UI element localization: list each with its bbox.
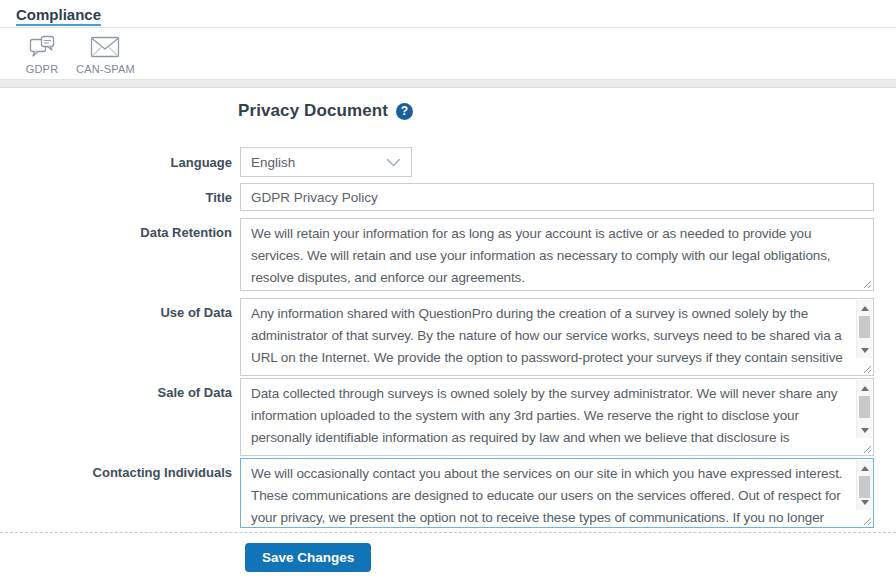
- top-bar: Compliance: [0, 0, 896, 28]
- toolbar-item-canspam[interactable]: CAN-SPAM: [76, 34, 135, 75]
- data-retention-textarea[interactable]: We will retain your information for as l…: [241, 219, 873, 290]
- use-of-data-textarea[interactable]: Any information shared with QuestionPro …: [241, 299, 873, 375]
- use-of-data-label: Use of Data: [0, 298, 240, 320]
- form-row-language: Language English: [0, 147, 896, 177]
- scroll-down-arrow[interactable]: [857, 423, 872, 437]
- title-input[interactable]: [240, 183, 874, 211]
- language-label: Language: [0, 155, 240, 170]
- section-divider: [0, 80, 896, 88]
- contacting-individuals-label: Contacting Individuals: [0, 458, 240, 480]
- page-title-row: Privacy Document ?: [0, 88, 896, 121]
- toolbar-item-label: CAN-SPAM: [76, 63, 135, 75]
- sale-of-data-label: Sale of Data: [0, 378, 240, 400]
- data-retention-label: Data Retention: [0, 218, 240, 240]
- scroll-down-arrow[interactable]: [857, 343, 872, 357]
- gdpr-icon: [29, 34, 55, 60]
- resize-handle-icon[interactable]: [858, 512, 872, 526]
- canspam-icon: [90, 34, 120, 60]
- form-row-use-of-data: Use of Data Any information shared with …: [0, 298, 896, 376]
- scrollbar[interactable]: [856, 380, 872, 438]
- form-row-data-retention: Data Retention We will retain your infor…: [0, 218, 896, 291]
- toolbar-item-label: GDPR: [26, 63, 59, 75]
- sale-of-data-field: Data collected through surveys is owned …: [240, 378, 874, 456]
- scrollbar[interactable]: [856, 460, 872, 510]
- page-title: Privacy Document: [238, 101, 388, 121]
- form-row-sale-of-data: Sale of Data Data collected through surv…: [0, 378, 896, 456]
- scroll-up-arrow[interactable]: [857, 381, 872, 395]
- chevron-down-icon: [386, 158, 401, 167]
- contacting-individuals-textarea[interactable]: We will occasionally contact you about t…: [241, 459, 873, 527]
- contacting-individuals-field: We will occasionally contact you about t…: [240, 458, 874, 528]
- save-changes-button[interactable]: Save Changes: [245, 543, 371, 572]
- scrollbar-thumb[interactable]: [859, 396, 870, 418]
- scrollbar[interactable]: [856, 300, 872, 358]
- privacy-document-form: Language English Title Data Retention We…: [0, 147, 896, 528]
- resize-handle-icon[interactable]: [858, 440, 872, 454]
- scroll-up-arrow[interactable]: [857, 301, 872, 315]
- form-row-title: Title: [0, 183, 896, 211]
- help-icon[interactable]: ?: [396, 103, 413, 120]
- use-of-data-field: Any information shared with QuestionPro …: [240, 298, 874, 376]
- resize-handle-icon[interactable]: [858, 275, 872, 289]
- dashed-divider: [0, 532, 896, 533]
- resize-handle-icon[interactable]: [858, 360, 872, 374]
- breadcrumb-compliance[interactable]: Compliance: [16, 6, 101, 26]
- toolbar: GDPR CAN-SPAM: [0, 28, 896, 80]
- language-selected-value: English: [251, 155, 295, 170]
- scroll-down-arrow[interactable]: [857, 495, 872, 509]
- scroll-up-arrow[interactable]: [857, 461, 872, 475]
- form-row-contacting-individuals: Contacting Individuals We will occasiona…: [0, 458, 896, 528]
- scrollbar-thumb[interactable]: [859, 316, 870, 338]
- language-select[interactable]: English: [240, 147, 412, 177]
- sale-of-data-textarea[interactable]: Data collected through surveys is owned …: [241, 379, 873, 455]
- data-retention-field: We will retain your information for as l…: [240, 218, 874, 291]
- toolbar-item-gdpr[interactable]: GDPR: [14, 34, 70, 75]
- title-label: Title: [0, 190, 240, 205]
